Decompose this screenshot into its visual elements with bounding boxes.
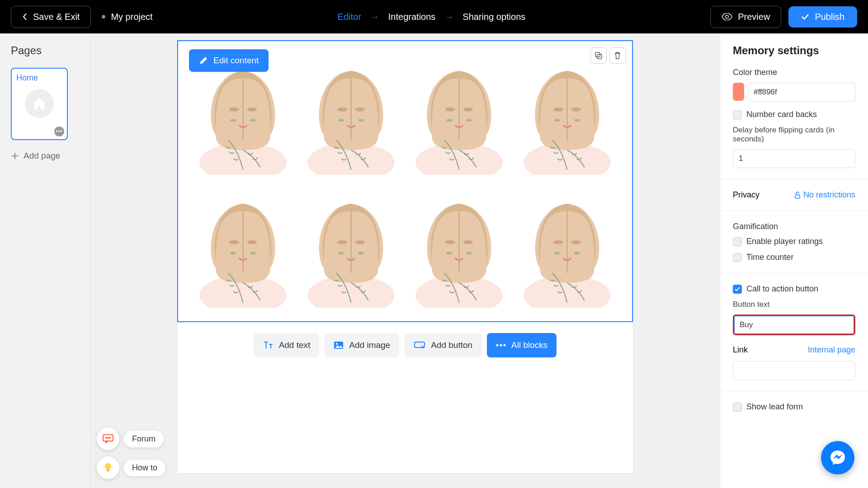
cta-label: Call to action button (746, 284, 818, 294)
add-image-button[interactable]: Add image (325, 333, 399, 357)
block-actions (590, 47, 626, 64)
pencil-icon (199, 56, 208, 65)
page-options-icon[interactable]: ••• (54, 127, 64, 136)
enable-ratings-checkbox[interactable]: Enable player ratings (733, 237, 855, 246)
checkbox-icon (733, 110, 742, 119)
all-blocks-button[interactable]: All blocks (487, 333, 557, 357)
svg-point-50 (504, 344, 506, 346)
checkbox-checked-icon (733, 285, 742, 294)
trash-icon (614, 52, 621, 60)
svg-point-26 (229, 240, 239, 244)
add-page-button[interactable]: Add page (11, 151, 79, 161)
link-type-toggle[interactable]: Internal page (808, 345, 855, 355)
link-input[interactable] (733, 361, 855, 380)
plus-icon (11, 152, 19, 160)
svg-point-28 (230, 252, 236, 255)
enable-ratings-label: Enable player ratings (746, 237, 823, 246)
delay-label: Delay before flipping cards (in seconds) (733, 126, 855, 144)
button-text-input[interactable] (733, 314, 855, 335)
memory-block[interactable]: Edit content (177, 40, 633, 322)
page-thumb-home[interactable]: Home ••• (11, 68, 68, 140)
canvas: Edit content (177, 40, 633, 474)
add-button-button[interactable]: Add button (405, 333, 481, 357)
chevron-left-icon (22, 13, 28, 21)
svg-point-16 (445, 108, 455, 112)
color-theme-label: Color theme (733, 68, 855, 77)
memory-card[interactable] (518, 51, 617, 175)
canvas-area: Edit content (90, 33, 720, 488)
memory-card[interactable] (410, 51, 509, 175)
check-icon (801, 14, 809, 20)
svg-point-22 (571, 108, 581, 112)
memory-card[interactable] (410, 184, 509, 308)
divider (720, 273, 868, 273)
edit-content-button[interactable]: Edit content (189, 49, 269, 72)
unsaved-dot-icon (102, 15, 105, 19)
svg-point-43 (554, 252, 560, 255)
forum-help[interactable]: Forum (97, 427, 165, 450)
tab-integrations[interactable]: Integrations (388, 12, 436, 22)
show-lead-form-checkbox[interactable]: Show lead form (733, 402, 855, 412)
page-thumb-label: Home (16, 73, 62, 83)
svg-point-29 (250, 252, 256, 255)
delay-input[interactable] (733, 149, 855, 168)
svg-rect-60 (795, 195, 800, 198)
svg-point-12 (355, 108, 365, 112)
memory-card[interactable] (302, 51, 401, 175)
svg-point-48 (496, 344, 499, 346)
home-icon (25, 89, 54, 118)
howto-help[interactable]: How to (97, 456, 165, 479)
image-icon (334, 341, 344, 349)
cta-checkbox[interactable]: Call to action button (733, 284, 855, 294)
time-counter-checkbox[interactable]: Time counter (733, 253, 855, 262)
tab-sharing[interactable]: Sharing options (462, 12, 525, 22)
add-text-button[interactable]: Add text (254, 333, 320, 357)
text-icon (263, 341, 274, 350)
svg-point-7 (247, 108, 257, 112)
edit-content-label: Edit content (213, 56, 259, 66)
publish-label: Publish (815, 12, 844, 22)
svg-point-19 (466, 119, 472, 122)
privacy-value-label: No restrictions (803, 190, 855, 200)
dots-icon (496, 344, 506, 347)
preview-button[interactable]: Preview (710, 6, 781, 28)
svg-point-55 (105, 463, 111, 469)
svg-point-9 (250, 119, 256, 122)
privacy-value-link[interactable]: No restrictions (794, 190, 855, 200)
topbar-right: Preview Publish (710, 6, 857, 28)
svg-point-46 (336, 343, 338, 345)
number-card-backs-checkbox[interactable]: Number card backs (733, 110, 855, 119)
svg-rect-56 (107, 469, 109, 471)
checkbox-icon (733, 253, 742, 262)
svg-point-17 (463, 108, 473, 112)
svg-point-6 (229, 108, 239, 112)
color-input[interactable] (748, 83, 855, 102)
delete-button[interactable] (609, 47, 626, 64)
color-swatch[interactable] (733, 83, 744, 101)
memory-card[interactable] (518, 184, 617, 308)
checkbox-icon (733, 403, 742, 412)
lock-open-icon (794, 192, 801, 199)
svg-point-34 (358, 252, 364, 255)
tab-editor[interactable]: Editor (338, 12, 361, 22)
publish-button[interactable]: Publish (788, 6, 857, 28)
settings-panel: Memory settings Color theme Number card … (720, 33, 868, 488)
svg-point-23 (554, 119, 560, 122)
svg-point-18 (446, 119, 452, 122)
messenger-icon (829, 449, 847, 467)
add-page-label: Add page (24, 151, 60, 161)
svg-point-41 (553, 240, 563, 244)
button-icon (414, 341, 425, 349)
svg-point-42 (571, 240, 581, 244)
number-card-backs-label: Number card backs (746, 110, 817, 119)
svg-point-31 (337, 240, 347, 244)
memory-card[interactable] (193, 184, 292, 308)
messenger-fab[interactable] (821, 441, 854, 474)
svg-point-27 (247, 240, 257, 244)
chat-icon (97, 427, 119, 450)
checkbox-icon (733, 237, 742, 246)
link-label: Link (733, 345, 748, 355)
save-exit-button[interactable]: Save & Exit (11, 6, 91, 28)
memory-card[interactable] (302, 184, 401, 308)
duplicate-button[interactable] (590, 47, 607, 64)
